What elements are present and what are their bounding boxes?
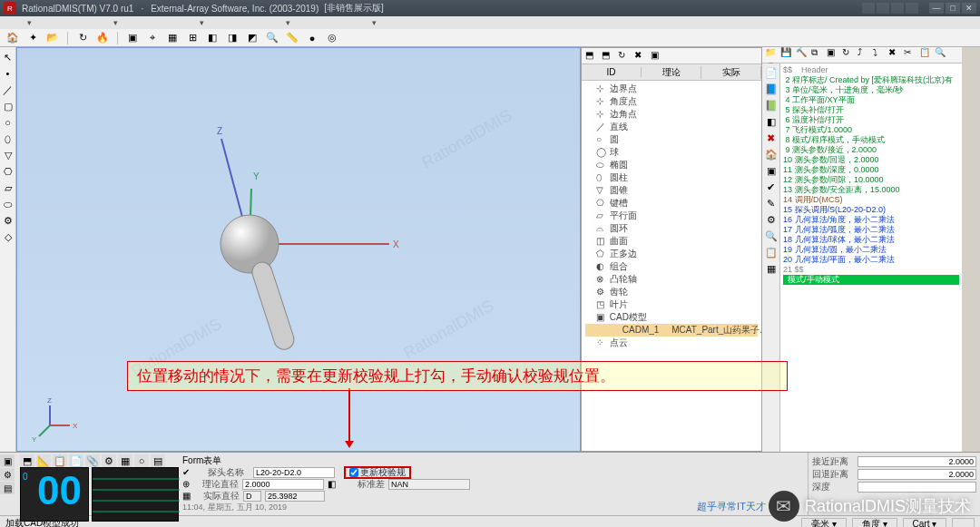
zoom-icon[interactable]: 🔍 [265,31,279,45]
update-cal-checkbox[interactable] [349,468,358,477]
approach-input[interactable] [858,456,976,467]
bottom-tab-icon[interactable]: ▣ [0,454,15,467]
cube-icon[interactable]: ▣ [125,31,140,45]
code-toolbar-icon[interactable]: 🔍 [935,47,947,60]
side-tab-icon[interactable]: 🔍 [764,229,779,243]
bottom-button-icon[interactable]: ⚙ [102,454,116,467]
tree-item[interactable]: ○ 圆 [585,133,758,146]
tree-item[interactable]: ◯ 球 [585,146,758,159]
view2-icon[interactable]: ◨ [225,31,240,45]
tree-item[interactable]: ◐ 组合 [585,260,758,273]
view3-icon[interactable]: ◩ [245,31,260,45]
3d-viewport[interactable]: RationalDMIS RationalDMIS RationalDMIS X… [16,47,581,452]
side-tab-icon[interactable]: ▣ [764,163,779,178]
program-code[interactable]: $$ Header 2 程序标志/ Created by [爱科腾瑞科技(北京)… [780,63,962,452]
bottom-button-icon[interactable]: 📎 [85,454,100,467]
tree-item[interactable]: ⚙ 齿轮 [585,286,758,298]
tree-col-actual[interactable]: 实际 [701,66,761,79]
bottom-button-icon[interactable]: 📐 [36,454,51,467]
bottom-button-icon[interactable]: 📋 [53,454,67,467]
menubar-slot[interactable]: ▾ [27,18,32,27]
tree-item[interactable]: ⁘ 点云 [585,337,758,349]
tree-col-id[interactable]: ID [582,67,642,77]
menubar-slot[interactable]: ▾ [372,18,377,27]
bottom-tab-icon[interactable]: ▤ [0,482,15,494]
code-toolbar-icon[interactable]: ↻ [842,47,855,60]
tree-item[interactable]: ⊗ 凸轮轴 [585,273,758,286]
tree-item[interactable]: ◫ 曲面 [585,235,758,248]
sphere-icon[interactable]: ● [305,31,319,45]
tool-misc-icon[interactable]: ◇ [2,230,15,243]
update-cal-checkbox-group[interactable]: 更新校验规 [344,466,411,479]
code-toolbar-icon[interactable]: 💾 [780,47,793,60]
bottom-button-icon[interactable]: ▦ [118,454,132,467]
side-tab-icon[interactable]: ⚙ [764,212,779,227]
code-toolbar-icon[interactable]: ⧉ [811,47,824,60]
tree-item[interactable]: ⬭ 椭圆 [585,159,758,171]
bottom-button-icon[interactable]: ▤ [151,454,165,467]
side-tab-icon[interactable]: ✖ [764,131,779,145]
tree-item[interactable]: ⬠ 正多边 [585,248,758,260]
maximize-button[interactable]: □ [946,3,960,14]
menubar-slot[interactable]: ▾ [200,18,204,27]
tool-line-icon[interactable]: ／ [2,83,15,96]
side-tab-icon[interactable]: ✔ [764,180,779,194]
tool-slot-icon[interactable]: ⬭ [2,198,15,210]
tree-item[interactable]: CADM_1 MCAT_Part_山药果子.stp [585,324,758,337]
flame-icon[interactable]: 🔥 [95,31,110,45]
code-toolbar-icon[interactable]: ✖ [888,47,901,60]
tree-item[interactable]: ⬯ 圆柱 [585,171,758,184]
code-toolbar-icon[interactable]: ⤵ [873,47,886,60]
side-tab-icon[interactable]: 📗 [764,98,779,112]
grid-icon[interactable]: ⊞ [185,31,200,45]
tree-item[interactable]: ⊹ 边角点 [585,108,758,121]
tool-plane-icon[interactable]: ▱ [2,181,15,194]
bottom-button-icon[interactable]: ⬒ [20,454,34,467]
bottom-button-icon[interactable]: 📄 [69,454,83,467]
tree-col-nominal[interactable]: 理论 [642,66,701,79]
tree-item[interactable]: ⊹ 边界点 [585,83,758,95]
code-toolbar-icon[interactable]: ✂ [904,47,916,60]
menubar-slot[interactable]: ▾ [113,18,118,27]
tool-cursor-icon[interactable]: ↖ [2,51,15,63]
code-toolbar-icon[interactable]: 🔨 [796,47,808,60]
tree-item[interactable]: ⊹ 角度点 [585,95,758,108]
pin-icon[interactable]: ◎ [325,31,339,45]
bottom-tab-icon[interactable]: ⚙ [0,468,15,481]
side-tab-icon[interactable]: ◧ [764,114,779,129]
refresh-icon[interactable]: ↻ [75,31,90,45]
side-tab-icon[interactable]: 🏠 [764,147,779,161]
bottom-button-icon[interactable]: ○ [134,454,149,467]
tool-cyl-icon[interactable]: ⬯ [2,132,15,145]
side-tab-icon[interactable]: 📄 [764,65,779,80]
mesh-icon[interactable]: ▦ [165,31,180,45]
drill-icon[interactable]: ⌖ [145,31,160,45]
close-button[interactable]: ✕ [962,3,976,14]
code-toolbar-icon[interactable]: 📋 [919,47,932,60]
home-icon[interactable]: 🏠 [5,31,20,45]
tool-square-icon[interactable]: ▢ [2,100,15,112]
probe-name-input[interactable] [253,467,335,478]
tree-item[interactable]: ▽ 圆锥 [585,184,758,197]
side-tab-icon[interactable]: 📘 [764,82,779,96]
code-toolbar-icon[interactable]: 📁 [765,47,778,60]
ruler-icon[interactable]: 📏 [285,31,299,45]
tool-surf-icon[interactable]: ⎔ [2,165,15,178]
tool-gear-icon[interactable]: ⚙ [2,214,15,227]
tree-icon[interactable]: ↻ [618,50,631,63]
tree-item[interactable]: ▣ CAD模型 [585,311,758,324]
side-tab-icon[interactable]: ✎ [764,196,779,210]
tool-cone-icon[interactable]: ▽ [2,149,15,161]
tree-icon[interactable]: ▣ [651,50,663,63]
side-tab-icon[interactable]: ▦ [764,261,779,276]
tree-item[interactable]: ⎔ 键槽 [585,197,758,210]
tool-circle-icon[interactable]: ○ [2,116,15,129]
tree-item[interactable]: ◳ 叶片 [585,298,758,311]
nominal-d-input[interactable] [242,479,324,490]
minimize-button[interactable]: — [929,3,944,14]
tool-point-icon[interactable]: • [2,67,15,80]
tree-item[interactable]: ▱ 平行面 [585,210,758,222]
new-icon[interactable]: ✦ [25,31,40,45]
code-toolbar-icon[interactable]: ▣ [827,47,839,60]
tree-icon[interactable]: ⬒ [585,50,598,63]
